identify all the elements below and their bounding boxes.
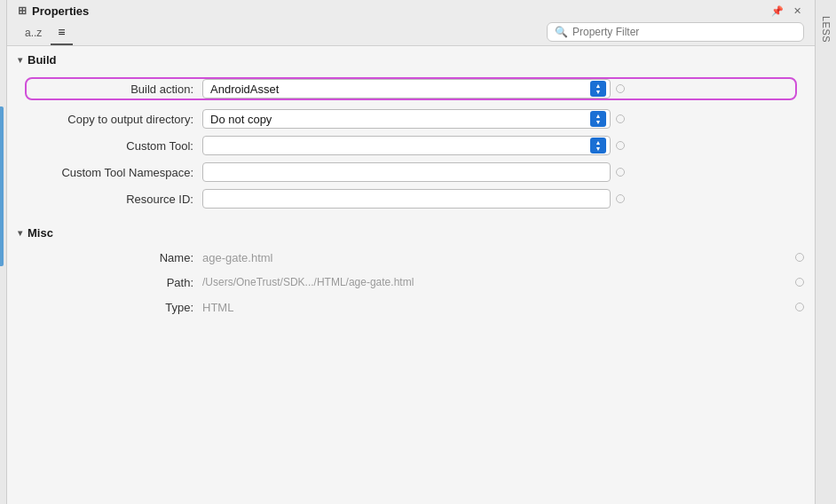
prop-label-custom-tool: Custom Tool: bbox=[7, 139, 202, 153]
tab-az[interactable]: a..z bbox=[18, 23, 49, 45]
header-actions: 📌 ✕ bbox=[770, 4, 804, 18]
prop-label-custom-tool-ns: Custom Tool Namespace: bbox=[7, 166, 202, 179]
search-icon: 🔍 bbox=[555, 26, 568, 38]
custom-tool-arrow-up-icon: ▲ bbox=[595, 139, 602, 146]
prop-label-build-action: Build action: bbox=[7, 83, 202, 96]
section-build-label: Build bbox=[28, 53, 57, 67]
tab-grid[interactable]: ≡ bbox=[51, 21, 72, 45]
content-area: ▾ Build Build action: AndroidAsset ▲ ▼ C… bbox=[7, 46, 815, 504]
name-value: age-gate.html bbox=[202, 251, 273, 264]
custom-tool-indicator bbox=[616, 141, 625, 150]
prop-row-copy: Copy to output directory: Do not copy ▲ … bbox=[7, 106, 815, 132]
right-sidebar-label: LESS bbox=[821, 16, 832, 43]
prop-row-custom-tool: Custom Tool: ▲ ▼ bbox=[7, 132, 815, 159]
type-indicator bbox=[795, 303, 804, 311]
prop-label-type: Type: bbox=[7, 301, 202, 314]
resource-id-input[interactable] bbox=[202, 189, 611, 209]
pin-icon[interactable]: 📌 bbox=[770, 4, 785, 18]
panel-title: ⊞ Properties bbox=[18, 4, 89, 18]
left-sidebar bbox=[0, 0, 7, 504]
close-icon[interactable]: ✕ bbox=[790, 4, 804, 18]
prop-row-type: Type: HTML bbox=[7, 295, 815, 319]
arrow-down-icon: ▼ bbox=[595, 89, 602, 95]
type-value: HTML bbox=[202, 301, 233, 314]
panel-header: ⊞ Properties 📌 ✕ a..z ≡ 🔍 bbox=[7, 0, 815, 46]
search-box: 🔍 bbox=[547, 22, 804, 42]
prop-control-custom-tool: ▲ ▼ bbox=[202, 136, 804, 155]
panel-title-row: ⊞ Properties bbox=[18, 4, 770, 18]
custom-tool-ns-input[interactable] bbox=[202, 162, 611, 182]
copy-indicator bbox=[616, 114, 625, 123]
name-indicator bbox=[795, 253, 804, 262]
prop-row-resource-id: Resource ID: bbox=[7, 185, 815, 212]
prop-label-name: Name: bbox=[7, 251, 202, 264]
section-build: ▾ Build bbox=[7, 46, 815, 72]
prop-label-resource-id: Resource ID: bbox=[7, 193, 202, 206]
prop-label-path: Path: bbox=[7, 276, 202, 289]
build-action-indicator bbox=[616, 84, 625, 93]
copy-arrow-down-icon: ▼ bbox=[595, 119, 602, 125]
chevron-misc-icon[interactable]: ▾ bbox=[18, 228, 22, 238]
prop-control-type: HTML bbox=[202, 301, 804, 314]
prop-control-path: /Users/OneTrust/SDK.../HTML/age-gate.htm… bbox=[202, 276, 804, 288]
custom-tool-arrow-down-icon: ▼ bbox=[595, 146, 602, 152]
copy-value: Do not copy bbox=[210, 113, 590, 126]
arrow-up-icon: ▲ bbox=[595, 83, 602, 89]
left-sidebar-accent bbox=[0, 106, 4, 266]
prop-label-copy: Copy to output directory: bbox=[7, 113, 202, 126]
search-input[interactable] bbox=[572, 26, 796, 38]
tabs-row: a..z ≡ bbox=[18, 21, 73, 45]
section-misc-label: Misc bbox=[28, 226, 53, 240]
custom-tool-arrows[interactable]: ▲ ▼ bbox=[590, 138, 606, 154]
prop-control-custom-tool-ns bbox=[202, 162, 804, 182]
prop-row-name: Name: age-gate.html bbox=[7, 245, 815, 270]
prop-row-build-action: Build action: AndroidAsset ▲ ▼ bbox=[7, 75, 815, 102]
custom-tool-select[interactable]: ▲ ▼ bbox=[202, 136, 611, 155]
build-action-select[interactable]: AndroidAsset ▲ ▼ bbox=[202, 79, 611, 98]
main-panel: ⊞ Properties 📌 ✕ a..z ≡ 🔍 bbox=[7, 0, 815, 504]
copy-select[interactable]: Do not copy ▲ ▼ bbox=[202, 109, 611, 129]
custom-tool-ns-indicator bbox=[616, 168, 625, 177]
copy-arrows[interactable]: ▲ ▼ bbox=[590, 111, 606, 127]
prop-control-resource-id bbox=[202, 189, 804, 209]
prop-row-path: Path: /Users/OneTrust/SDK.../HTML/age-ga… bbox=[7, 270, 815, 295]
path-indicator bbox=[795, 278, 804, 287]
build-action-value: AndroidAsset bbox=[210, 83, 590, 96]
section-misc: ▾ Misc bbox=[7, 219, 815, 245]
prop-row-custom-tool-ns: Custom Tool Namespace: bbox=[7, 159, 815, 185]
right-sidebar: LESS bbox=[815, 0, 836, 504]
prop-control-build-action: AndroidAsset ▲ ▼ bbox=[202, 79, 804, 98]
copy-arrow-up-icon: ▲ bbox=[595, 113, 602, 119]
resource-id-indicator bbox=[616, 194, 625, 203]
panel-title-text: Properties bbox=[32, 4, 89, 18]
properties-icon: ⊞ bbox=[18, 4, 27, 17]
prop-control-copy: Do not copy ▲ ▼ bbox=[202, 109, 804, 129]
path-value: /Users/OneTrust/SDK.../HTML/age-gate.htm… bbox=[202, 276, 414, 288]
prop-control-name: age-gate.html bbox=[202, 251, 804, 264]
chevron-build-icon[interactable]: ▾ bbox=[18, 55, 22, 65]
build-action-arrows[interactable]: ▲ ▼ bbox=[590, 81, 606, 97]
